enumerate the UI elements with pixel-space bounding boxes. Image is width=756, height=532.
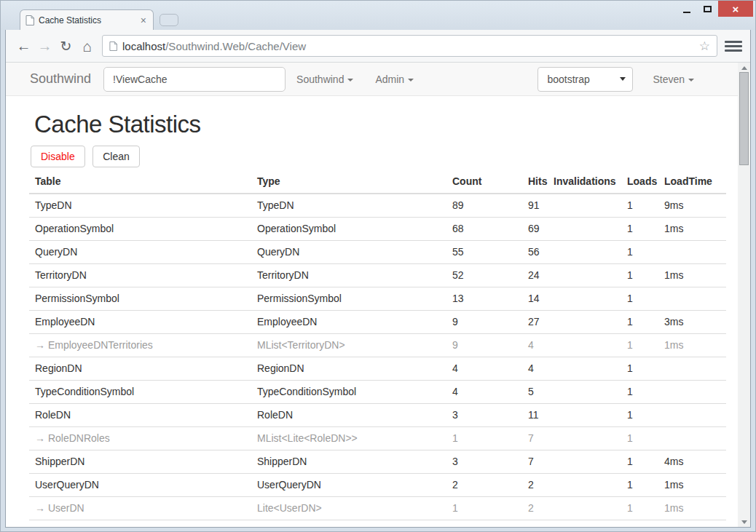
scroll-up-icon[interactable] <box>738 63 750 73</box>
column-header-count: Count <box>446 170 522 194</box>
cell-loadtime: 1ms <box>658 334 726 357</box>
cell-invalidations <box>548 474 621 497</box>
command-input[interactable] <box>103 67 286 92</box>
cell-count: 68 <box>446 218 522 241</box>
tab-close-icon[interactable]: × <box>139 15 148 25</box>
cell-type: PermissionSymbol <box>251 287 446 311</box>
cell-invalidations <box>548 264 621 287</box>
browser-tab[interactable]: Cache Statistics × <box>20 9 154 30</box>
cell-loads: 1 <box>621 427 658 450</box>
minimize-button[interactable] <box>676 1 697 17</box>
cell-hits: 2 <box>522 520 548 528</box>
cell-loads: 1 <box>621 334 658 357</box>
minimize-icon <box>683 12 690 13</box>
cell-invalidations <box>548 241 621 264</box>
cell-type: TypeDN <box>251 194 446 218</box>
cell-hits: 5 <box>522 381 548 404</box>
disable-button[interactable]: Disable <box>31 146 85 167</box>
cell-table: TypeDN <box>29 194 251 218</box>
cell-invalidations <box>548 334 621 357</box>
url-path: /Southwind.Web/Cache/View <box>165 40 306 52</box>
cell-invalidations <box>548 427 621 450</box>
cell-table: → EmployeeDNTerritories <box>29 334 251 357</box>
table-row: TerritoryDNTerritoryDN522411ms <box>29 264 726 287</box>
cell-hits: 24 <box>522 264 548 287</box>
menu-admin[interactable]: Admin <box>364 74 425 85</box>
cell-invalidations <box>548 357 621 381</box>
cell-invalidations <box>548 497 621 520</box>
select-arrow-icon <box>620 77 626 81</box>
cell-loadtime <box>658 357 726 381</box>
table-row: RoleDNRoleDN3111 <box>29 404 726 427</box>
reload-icon[interactable]: ↻ <box>55 39 76 53</box>
cell-type: TypeConditionSymbol <box>251 381 446 404</box>
cell-table: → UserDN <box>29 497 251 520</box>
chevron-down-icon <box>408 79 414 82</box>
cell-hits: 27 <box>522 311 548 334</box>
back-icon[interactable]: ← <box>13 39 34 53</box>
theme-select[interactable]: bootstrap <box>538 67 633 92</box>
chevron-down-icon <box>688 79 694 82</box>
cell-table: EmployeeDN <box>29 311 251 334</box>
table-row: TypeConditionSymbolTypeConditionSymbol45… <box>29 381 726 404</box>
cell-hits: 11 <box>522 404 548 427</box>
user-menu[interactable]: Steven <box>642 74 705 85</box>
cell-count: 3 <box>446 450 522 474</box>
column-header-loadtime: LoadTime <box>658 170 726 194</box>
cell-count: 4 <box>446 357 522 381</box>
home-icon[interactable]: ⌂ <box>76 39 98 54</box>
window-controls: × <box>676 1 753 17</box>
cell-type: UserQueryDN <box>251 474 446 497</box>
cell-hits: 2 <box>522 497 548 520</box>
browser-menu-icon[interactable] <box>724 41 743 52</box>
url-text: localhost/Southwind.Web/Cache/View <box>122 40 694 52</box>
brand-link[interactable]: Southwind <box>30 71 91 87</box>
clean-button[interactable]: Clean <box>92 146 140 167</box>
cell-invalidations <box>548 287 621 311</box>
cell-type: QueryDN <box>251 241 446 264</box>
cell-hits: 4 <box>522 357 548 381</box>
table-row: PermissionSymbolPermissionSymbol13141 <box>29 287 726 311</box>
cell-table: RoleDN <box>29 404 251 427</box>
cell-count: 13 <box>446 287 522 311</box>
maximize-icon <box>704 6 712 12</box>
main-content: Cache Statistics Disable Clean Table Typ… <box>6 111 738 527</box>
cell-table: UserQueryDN <box>29 474 251 497</box>
cache-statistics-table: Table Type Count Hits Invalidations Load… <box>29 170 726 527</box>
close-button[interactable]: × <box>718 1 753 17</box>
cell-loads: 1 <box>621 450 658 474</box>
page-icon <box>109 41 117 51</box>
cell-loadtime <box>658 381 726 404</box>
cell-hits: 56 <box>522 241 548 264</box>
address-bar[interactable]: localhost/Southwind.Web/Cache/View ☆ <box>102 35 717 57</box>
cell-loads: 1 <box>621 218 658 241</box>
table-row: ShipperDNShipperDN3714ms <box>29 450 726 474</box>
maximize-button[interactable] <box>697 1 718 17</box>
bookmark-star-icon[interactable]: ☆ <box>699 39 710 54</box>
cell-table: → RoleDNRoles <box>29 427 251 450</box>
forward-icon[interactable]: → <box>34 39 55 53</box>
browser-window: Cache Statistics × × ← → ↻ ⌂ localhost/S… <box>0 0 756 532</box>
column-header-table: Table <box>29 170 251 194</box>
cell-loadtime: 1ms <box>658 218 726 241</box>
table-row: RegionDNRegionDN441 <box>29 357 726 381</box>
scroll-down-icon[interactable] <box>738 517 750 527</box>
menu-southwind[interactable]: Southwind <box>286 74 364 85</box>
cell-count: 1 <box>446 497 522 520</box>
cell-invalidations <box>548 311 621 334</box>
cell-type: Lite<UserDN> <box>251 497 446 520</box>
cell-type: RoleDN <box>251 404 446 427</box>
cell-loads: 1 <box>621 357 658 381</box>
cell-table: RegionDN <box>29 357 251 381</box>
table-row: EmployeeDNEmployeeDN92713ms <box>29 311 726 334</box>
cell-invalidations <box>548 194 621 218</box>
table-row: QueryDNQueryDN55561 <box>29 241 726 264</box>
cell-loadtime <box>658 427 726 450</box>
cell-loadtime: 3ms <box>658 311 726 334</box>
cell-hits: 69 <box>522 218 548 241</box>
scrollbar[interactable] <box>738 63 750 527</box>
new-tab-button[interactable] <box>160 14 178 26</box>
cell-count: 55 <box>446 241 522 264</box>
column-header-invalidations: Invalidations <box>548 170 621 194</box>
scrollbar-thumb[interactable] <box>739 72 749 165</box>
